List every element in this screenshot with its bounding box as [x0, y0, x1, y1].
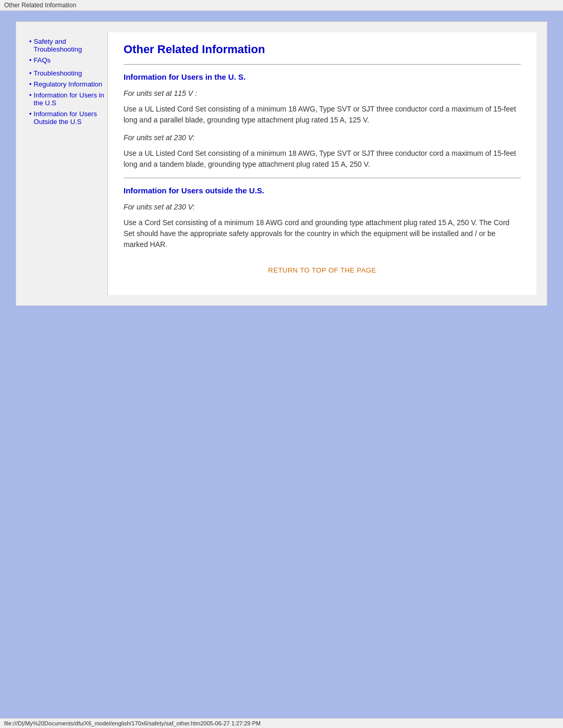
title-bar-text: Other Related Information: [4, 2, 76, 9]
sidebar-link-faqs[interactable]: FAQs: [34, 56, 51, 64]
section-us-115v-body: Use a UL Listed Cord Set consisting of a…: [124, 104, 521, 126]
bullet-icon: •: [29, 56, 32, 64]
sidebar-link-info-us[interactable]: Information for Users in the U.S: [34, 91, 105, 107]
sidebar-label-info-outside-us: Information for Users Outside the U.S: [34, 110, 97, 126]
section-outside-us-230v-label: For units set at 230 V:: [124, 203, 521, 211]
return-to-top-text: RETURN TO TOP OF THE PAGE: [268, 266, 376, 274]
sidebar-item-faqs[interactable]: • FAQs: [29, 56, 105, 64]
title-bar: Other Related Information: [0, 0, 563, 11]
sidebar-link-troubleshooting[interactable]: Troubleshooting: [34, 69, 82, 77]
main-container: • Safety and Troubleshooting • FAQs • Tr…: [16, 21, 547, 306]
section-us-230v-body: Use a UL Listed Cord Set consisting of a…: [124, 148, 521, 170]
status-bar-text: file:///D|/My%20Documents/dfu/X6_model/e…: [4, 720, 261, 726]
sidebar-label-info-us: Information for Users in the U.S: [34, 91, 104, 107]
sidebar-item-regulatory[interactable]: • Regulatory Information: [29, 80, 105, 88]
sidebar: • Safety and Troubleshooting • FAQs • Tr…: [27, 32, 107, 295]
return-to-top-link[interactable]: RETURN TO TOP OF THE PAGE: [268, 266, 376, 274]
section-outside-us-230v-body: Use a Cord Set consisting of a minimum 1…: [124, 217, 521, 250]
sidebar-item-troubleshooting[interactable]: • Troubleshooting: [29, 69, 105, 77]
sidebar-item-info-us[interactable]: • Information for Users in the U.S: [29, 91, 105, 107]
section-us-230v-label: For units set at 230 V:: [124, 133, 521, 142]
bullet-icon: •: [29, 38, 32, 45]
bullet-icon: •: [29, 80, 32, 88]
content-area: Other Related Information Information fo…: [107, 32, 536, 295]
sidebar-item-safety[interactable]: • Safety and Troubleshooting: [29, 38, 105, 53]
bullet-icon: •: [29, 110, 32, 118]
return-link-container[interactable]: RETURN TO TOP OF THE PAGE: [124, 266, 521, 274]
divider-middle: [124, 178, 521, 178]
divider-top: [124, 64, 521, 65]
page-title: Other Related Information: [124, 43, 521, 56]
sidebar-label-safety: Safety and Troubleshooting: [34, 38, 82, 53]
section-outside-us: Information for Users outside the U.S. F…: [124, 186, 521, 250]
content-layout: • Safety and Troubleshooting • FAQs • Tr…: [27, 32, 536, 295]
sidebar-link-info-outside-us[interactable]: Information for Users Outside the U.S: [34, 110, 105, 126]
bullet-icon: •: [29, 91, 32, 99]
section-us: Information for Users in the U. S. For u…: [124, 72, 521, 170]
section-outside-us-title: Information for Users outside the U.S.: [124, 186, 521, 195]
sidebar-link-regulatory[interactable]: Regulatory Information: [34, 80, 103, 88]
sidebar-label-faqs: FAQs: [34, 56, 51, 64]
sidebar-label-regulatory: Regulatory Information: [34, 80, 103, 88]
status-bar: file:///D|/My%20Documents/dfu/X6_model/e…: [0, 718, 563, 728]
bullet-icon: •: [29, 69, 32, 77]
sidebar-label-troubleshooting: Troubleshooting: [34, 69, 82, 77]
section-us-title: Information for Users in the U. S.: [124, 72, 521, 81]
sidebar-link-safety[interactable]: Safety and Troubleshooting: [34, 38, 105, 53]
sidebar-item-info-outside-us[interactable]: • Information for Users Outside the U.S: [29, 110, 105, 126]
section-us-115v-label: For units set at 115 V :: [124, 89, 521, 97]
